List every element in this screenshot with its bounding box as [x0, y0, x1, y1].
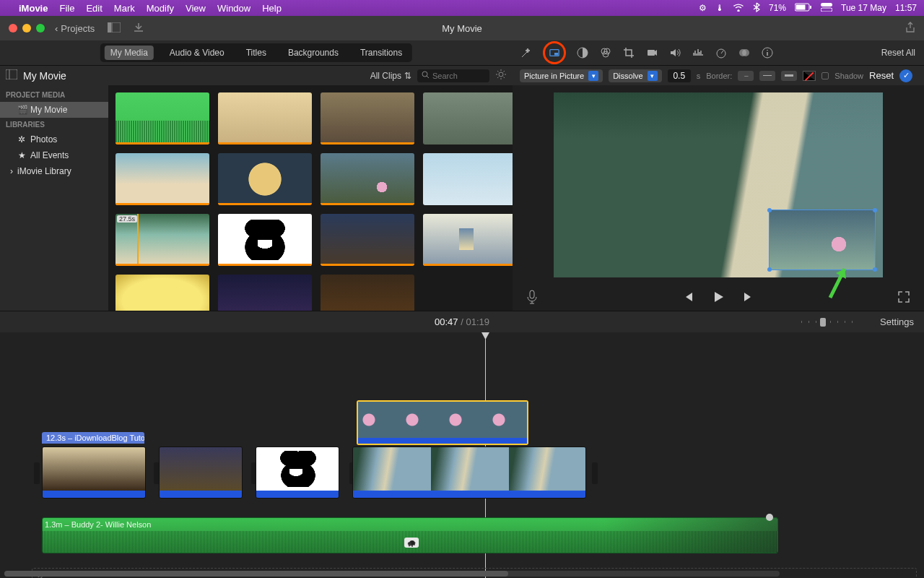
resize-handle[interactable]	[767, 267, 772, 272]
stabilization-icon[interactable]	[645, 46, 658, 59]
audio-fade-handle[interactable]	[604, 518, 777, 553]
menu-window[interactable]: Window	[217, 3, 250, 14]
bluetooth-icon[interactable]	[753, 2, 760, 14]
quick-actions-icon[interactable]: ⚙	[699, 3, 707, 13]
menu-edit[interactable]: Edit	[86, 3, 102, 14]
color-balance-icon[interactable]	[576, 46, 589, 59]
media-clip[interactable]	[423, 92, 513, 144]
battery-icon[interactable]	[795, 3, 812, 14]
speed-indicator-icon[interactable]	[404, 538, 419, 548]
border-thin-button[interactable]	[759, 71, 775, 81]
media-clip[interactable]	[423, 214, 513, 266]
reset-button[interactable]: Reset	[869, 70, 894, 81]
menu-modify[interactable]: Modify	[147, 3, 174, 14]
sidebar-item-photos[interactable]: ✲ Photos	[0, 131, 108, 147]
apply-button[interactable]: ✓	[899, 69, 912, 82]
clip-filter-dropdown[interactable]: All Clips ⇅	[370, 71, 411, 81]
border-none-button[interactable]	[738, 71, 754, 81]
next-button[interactable]	[742, 290, 755, 306]
timeline-settings-button[interactable]: Settings	[880, 316, 914, 327]
tab-my-media[interactable]: My Media	[105, 46, 154, 60]
wifi-icon[interactable]	[733, 3, 744, 14]
media-clip[interactable]	[218, 214, 312, 266]
control-center-icon[interactable]	[821, 3, 832, 14]
tab-audio-video[interactable]: Audio & Video	[164, 46, 230, 60]
overlay-duration-field[interactable]: 0.5	[668, 69, 691, 82]
timeline-video-clip[interactable]	[256, 447, 339, 499]
media-clip[interactable]	[321, 153, 414, 205]
temp-icon[interactable]: 🌡	[715, 3, 724, 13]
media-clip[interactable]	[218, 275, 312, 311]
media-clip[interactable]	[321, 275, 414, 311]
shadow-checkbox[interactable]	[821, 72, 829, 79]
overlay-mode-dropdown[interactable]: Picture in Picture ▾	[520, 69, 603, 82]
timeline-scrollbar[interactable]	[4, 571, 780, 577]
timeline-video-clip[interactable]	[159, 447, 243, 499]
import-icon[interactable]	[134, 22, 144, 35]
menu-help[interactable]: Help	[262, 3, 282, 14]
transition-marker[interactable]	[34, 462, 40, 484]
enhance-icon[interactable]	[520, 46, 533, 59]
media-clip[interactable]	[218, 153, 312, 205]
clip-filter-icon[interactable]	[738, 46, 751, 59]
minimize-window-button[interactable]	[22, 24, 31, 33]
resize-handle[interactable]	[873, 208, 877, 212]
library-layout-icon[interactable]	[108, 22, 121, 35]
voiceover-icon[interactable]	[527, 290, 537, 306]
media-clip[interactable]	[423, 153, 513, 205]
resize-handle[interactable]	[767, 208, 772, 212]
transition-marker[interactable]	[592, 462, 598, 484]
close-window-button[interactable]	[9, 24, 17, 33]
fullscreen-icon[interactable]	[898, 291, 910, 305]
menu-mark[interactable]: Mark	[114, 3, 135, 14]
search-input[interactable]	[432, 72, 483, 80]
sidebar-toggle-icon[interactable]	[6, 69, 17, 82]
play-button[interactable]	[712, 290, 725, 306]
tab-backgrounds[interactable]: Backgrounds	[282, 46, 344, 60]
resize-handle[interactable]	[873, 267, 877, 272]
menu-view[interactable]: View	[186, 3, 206, 14]
sidebar-item-mymovie[interactable]: 🎬 My Movie	[0, 102, 108, 118]
menu-app[interactable]: iMovie	[19, 3, 48, 14]
info-icon[interactable]	[761, 46, 774, 59]
color-correction-icon[interactable]	[599, 46, 612, 59]
sidebar-item-library[interactable]: › iMovie Library	[0, 163, 108, 179]
overlay-transition-dropdown[interactable]: Dissolve ▾	[609, 69, 662, 82]
browser-settings-icon[interactable]	[495, 69, 507, 82]
media-clip[interactable]	[218, 92, 312, 144]
media-clip[interactable]	[116, 92, 209, 144]
prev-button[interactable]	[681, 290, 694, 306]
border-thick-button[interactable]	[781, 71, 797, 81]
share-button[interactable]	[905, 22, 915, 35]
media-clip[interactable]	[116, 153, 209, 205]
overlay-settings-icon[interactable]	[543, 41, 566, 64]
volume-icon[interactable]	[668, 46, 681, 59]
crop-icon[interactable]	[622, 46, 635, 59]
media-clip[interactable]: 27.5s	[116, 214, 209, 266]
timeline-video-clip[interactable]	[42, 447, 146, 499]
timeline-zoom-slider[interactable]	[801, 321, 859, 323]
back-to-projects-button[interactable]: ‹ Projects	[55, 23, 95, 34]
noise-reduction-icon[interactable]	[692, 46, 705, 59]
main-split: PROJECT MEDIA 🎬 My Movie LIBRARIES ✲ Pho…	[0, 85, 924, 311]
timeline-video-clip[interactable]	[352, 447, 586, 499]
fullscreen-window-button[interactable]	[36, 24, 45, 33]
search-field[interactable]	[417, 69, 489, 82]
media-clip[interactable]	[321, 92, 414, 144]
menubar-date[interactable]: Tue 17 May	[841, 3, 886, 13]
preview-canvas[interactable]	[513, 85, 924, 285]
timeline-pip-clip[interactable]	[357, 400, 528, 445]
pip-overlay[interactable]	[769, 210, 876, 270]
menubar-time[interactable]: 11:57	[895, 3, 917, 13]
reset-all-button[interactable]: Reset All	[881, 48, 915, 58]
timeline[interactable]: 12.3s – iDownloadBlog Tutori... 1.3m – B…	[0, 332, 924, 578]
svg-rect-18	[6, 69, 17, 79]
speed-icon[interactable]	[715, 46, 728, 59]
tab-transitions[interactable]: Transitions	[354, 46, 408, 60]
menu-file[interactable]: File	[59, 3, 74, 14]
media-clip[interactable]	[116, 275, 209, 311]
border-color-swatch[interactable]	[803, 71, 816, 81]
tab-titles[interactable]: Titles	[240, 46, 272, 60]
media-clip[interactable]	[321, 214, 414, 266]
sidebar-item-all-events[interactable]: ★ All Events	[0, 147, 108, 163]
